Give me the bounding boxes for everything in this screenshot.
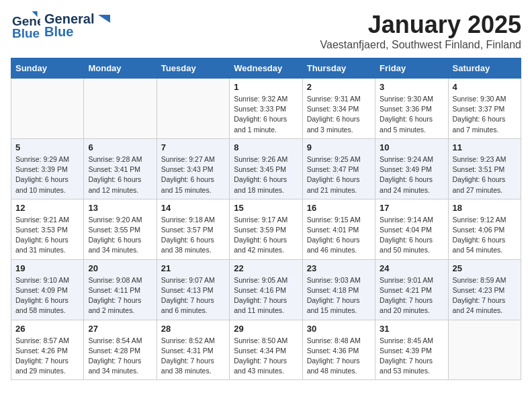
day-cell: 28Sunrise: 8:52 AM Sunset: 4:31 PM Dayli… xyxy=(157,320,229,380)
day-cell xyxy=(84,79,157,139)
day-number: 16 xyxy=(307,203,371,213)
day-number: 21 xyxy=(161,263,225,273)
day-cell: 30Sunrise: 8:48 AM Sunset: 4:36 PM Dayli… xyxy=(302,320,375,380)
day-cell: 31Sunrise: 8:45 AM Sunset: 4:39 PM Dayli… xyxy=(375,320,448,380)
day-info: Sunrise: 9:08 AM Sunset: 4:11 PM Dayligh… xyxy=(88,275,152,316)
day-info: Sunrise: 9:29 AM Sunset: 3:39 PM Dayligh… xyxy=(15,154,79,195)
day-info: Sunrise: 9:12 AM Sunset: 4:06 PM Dayligh… xyxy=(453,215,517,256)
day-info: Sunrise: 8:50 AM Sunset: 4:34 PM Dayligh… xyxy=(234,336,298,377)
day-number: 15 xyxy=(234,203,298,213)
day-number: 27 xyxy=(88,324,152,334)
day-cell: 3Sunrise: 9:30 AM Sunset: 3:36 PM Daylig… xyxy=(375,79,448,139)
month-title: January 2025 xyxy=(320,11,521,39)
day-cell: 7Sunrise: 9:27 AM Sunset: 3:43 PM Daylig… xyxy=(157,138,229,199)
day-number: 19 xyxy=(15,263,79,273)
svg-text:Blue: Blue xyxy=(12,26,40,40)
week-row-5: 26Sunrise: 8:57 AM Sunset: 4:26 PM Dayli… xyxy=(11,320,521,380)
day-number: 28 xyxy=(161,324,225,334)
day-info: Sunrise: 9:30 AM Sunset: 3:37 PM Dayligh… xyxy=(453,94,517,135)
day-number: 18 xyxy=(453,203,517,213)
day-cell: 8Sunrise: 9:26 AM Sunset: 3:45 PM Daylig… xyxy=(230,138,302,199)
day-cell: 14Sunrise: 9:18 AM Sunset: 3:57 PM Dayli… xyxy=(157,199,229,259)
day-cell: 4Sunrise: 9:30 AM Sunset: 3:37 PM Daylig… xyxy=(448,79,521,139)
day-number: 11 xyxy=(453,142,517,152)
day-info: Sunrise: 9:05 AM Sunset: 4:16 PM Dayligh… xyxy=(234,275,298,316)
col-header-thursday: Thursday xyxy=(302,58,375,79)
day-info: Sunrise: 9:27 AM Sunset: 3:43 PM Dayligh… xyxy=(161,154,225,195)
day-cell: 20Sunrise: 9:08 AM Sunset: 4:11 PM Dayli… xyxy=(84,259,157,320)
logo: General Blue General Blue xyxy=(11,11,110,40)
day-info: Sunrise: 9:03 AM Sunset: 4:18 PM Dayligh… xyxy=(307,275,371,316)
col-header-wednesday: Wednesday xyxy=(230,58,302,79)
day-info: Sunrise: 8:59 AM Sunset: 4:23 PM Dayligh… xyxy=(453,275,517,316)
day-cell: 25Sunrise: 8:59 AM Sunset: 4:23 PM Dayli… xyxy=(448,259,521,320)
day-info: Sunrise: 9:10 AM Sunset: 4:09 PM Dayligh… xyxy=(15,275,79,316)
day-info: Sunrise: 8:45 AM Sunset: 4:39 PM Dayligh… xyxy=(380,336,443,377)
day-cell: 27Sunrise: 8:54 AM Sunset: 4:28 PM Dayli… xyxy=(84,320,157,380)
day-cell: 29Sunrise: 8:50 AM Sunset: 4:34 PM Dayli… xyxy=(230,320,302,380)
day-cell: 15Sunrise: 9:17 AM Sunset: 3:59 PM Dayli… xyxy=(230,199,302,259)
col-header-sunday: Sunday xyxy=(11,58,84,79)
day-info: Sunrise: 8:54 AM Sunset: 4:28 PM Dayligh… xyxy=(88,336,152,377)
day-cell: 1Sunrise: 9:32 AM Sunset: 3:33 PM Daylig… xyxy=(230,79,302,139)
day-cell: 11Sunrise: 9:23 AM Sunset: 3:51 PM Dayli… xyxy=(448,138,521,199)
day-number: 23 xyxy=(307,263,371,273)
logo-triangle-icon xyxy=(95,12,110,27)
col-header-monday: Monday xyxy=(84,58,157,79)
day-number: 5 xyxy=(15,142,79,152)
day-number: 30 xyxy=(307,324,371,334)
day-info: Sunrise: 9:15 AM Sunset: 4:01 PM Dayligh… xyxy=(307,215,371,256)
day-number: 31 xyxy=(380,324,443,334)
day-cell: 9Sunrise: 9:25 AM Sunset: 3:47 PM Daylig… xyxy=(302,138,375,199)
day-cell: 12Sunrise: 9:21 AM Sunset: 3:53 PM Dayli… xyxy=(11,199,84,259)
day-number: 14 xyxy=(161,203,225,213)
day-cell: 19Sunrise: 9:10 AM Sunset: 4:09 PM Dayli… xyxy=(11,259,84,320)
day-number: 20 xyxy=(88,263,152,273)
week-row-1: 1Sunrise: 9:32 AM Sunset: 3:33 PM Daylig… xyxy=(11,79,521,139)
title-block: January 2025 Vaestanfjaerd, Southwest Fi… xyxy=(320,11,521,51)
day-number: 9 xyxy=(307,142,371,152)
day-number: 17 xyxy=(380,203,443,213)
day-cell: 16Sunrise: 9:15 AM Sunset: 4:01 PM Dayli… xyxy=(302,199,375,259)
day-info: Sunrise: 9:23 AM Sunset: 3:51 PM Dayligh… xyxy=(453,154,517,195)
day-info: Sunrise: 8:52 AM Sunset: 4:31 PM Dayligh… xyxy=(161,336,225,377)
day-info: Sunrise: 9:07 AM Sunset: 4:13 PM Dayligh… xyxy=(161,275,225,316)
day-number: 2 xyxy=(307,82,371,92)
day-cell: 18Sunrise: 9:12 AM Sunset: 4:06 PM Dayli… xyxy=(448,199,521,259)
day-number: 1 xyxy=(234,82,298,92)
day-info: Sunrise: 9:26 AM Sunset: 3:45 PM Dayligh… xyxy=(234,154,298,195)
svg-marker-3 xyxy=(98,15,110,23)
day-number: 8 xyxy=(234,142,298,152)
day-info: Sunrise: 9:17 AM Sunset: 3:59 PM Dayligh… xyxy=(234,215,298,256)
day-cell xyxy=(448,320,521,380)
week-row-2: 5Sunrise: 9:29 AM Sunset: 3:39 PM Daylig… xyxy=(11,138,521,199)
calendar-header-row: SundayMondayTuesdayWednesdayThursdayFrid… xyxy=(11,58,521,79)
day-number: 10 xyxy=(380,142,443,152)
day-cell: 2Sunrise: 9:31 AM Sunset: 3:34 PM Daylig… xyxy=(302,79,375,139)
day-number: 3 xyxy=(380,82,443,92)
col-header-saturday: Saturday xyxy=(448,58,521,79)
col-header-friday: Friday xyxy=(375,58,448,79)
day-cell xyxy=(11,79,84,139)
day-cell: 17Sunrise: 9:14 AM Sunset: 4:04 PM Dayli… xyxy=(375,199,448,259)
day-number: 7 xyxy=(161,142,225,152)
day-info: Sunrise: 9:21 AM Sunset: 3:53 PM Dayligh… xyxy=(15,215,79,256)
day-info: Sunrise: 9:25 AM Sunset: 3:47 PM Dayligh… xyxy=(307,154,371,195)
day-number: 22 xyxy=(234,263,298,273)
calendar-table: SundayMondayTuesdayWednesdayThursdayFrid… xyxy=(11,58,521,380)
day-info: Sunrise: 9:31 AM Sunset: 3:34 PM Dayligh… xyxy=(307,94,371,135)
day-number: 26 xyxy=(15,324,79,334)
day-info: Sunrise: 9:01 AM Sunset: 4:21 PM Dayligh… xyxy=(380,275,443,316)
day-number: 13 xyxy=(88,203,152,213)
week-row-4: 19Sunrise: 9:10 AM Sunset: 4:09 PM Dayli… xyxy=(11,259,521,320)
day-number: 12 xyxy=(15,203,79,213)
day-info: Sunrise: 9:14 AM Sunset: 4:04 PM Dayligh… xyxy=(380,215,443,256)
day-number: 25 xyxy=(453,263,517,273)
page-header: General Blue General Blue January 2025 V… xyxy=(11,11,521,51)
logo-icon: General Blue xyxy=(11,11,40,40)
day-cell: 21Sunrise: 9:07 AM Sunset: 4:13 PM Dayli… xyxy=(157,259,229,320)
day-number: 6 xyxy=(88,142,152,152)
day-cell xyxy=(157,79,229,139)
day-cell: 26Sunrise: 8:57 AM Sunset: 4:26 PM Dayli… xyxy=(11,320,84,380)
day-info: Sunrise: 8:57 AM Sunset: 4:26 PM Dayligh… xyxy=(15,336,79,377)
